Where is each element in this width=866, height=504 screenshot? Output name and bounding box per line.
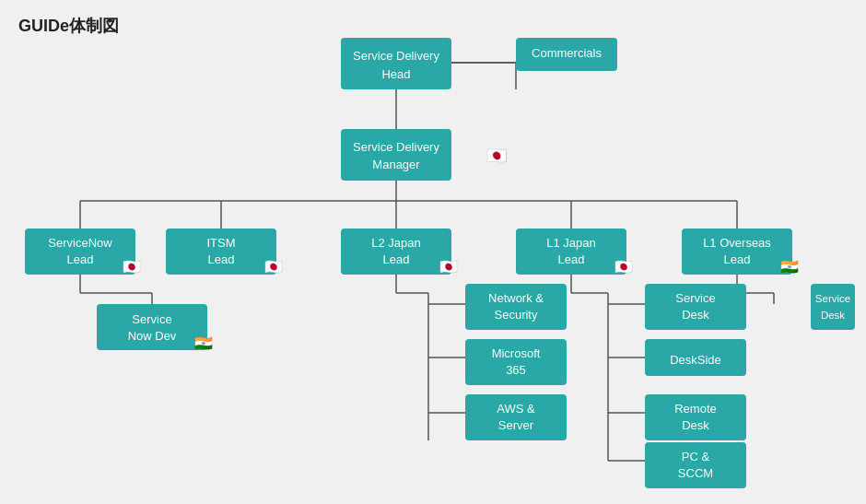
service-now-dev-box	[97, 304, 207, 350]
m365-line2: 365	[506, 363, 526, 377]
snd-flag: 🇮🇳	[194, 334, 213, 352]
commercials-label: Commercials	[532, 46, 602, 60]
snl-line2: Lead	[67, 252, 94, 266]
l1jl-line2: Lead	[558, 252, 585, 266]
snd-line1: Service	[132, 312, 171, 326]
sdm-flag: 🇯🇵	[486, 146, 508, 166]
sdm-line1: Service Delivery	[353, 140, 439, 154]
ns-line2: Security	[495, 308, 538, 322]
service-delivery-head-line1: Service Delivery	[353, 49, 439, 63]
service-delivery-head-line2: Head	[381, 67, 410, 81]
l2jl-line2: Lead	[383, 252, 410, 266]
l1ol-line2: Lead	[724, 252, 751, 266]
snl-flag: 🇯🇵	[123, 258, 141, 275]
service-desk-overseas-box	[811, 284, 855, 330]
aws-line2: Server	[498, 418, 534, 432]
sdo-line2: Desk	[821, 310, 845, 321]
pcs-line2: SCCM	[678, 466, 713, 480]
ns-line1: Network &	[488, 291, 544, 305]
itsml-flag: 🇯🇵	[264, 258, 283, 275]
rd-line1: Remote	[674, 402, 717, 416]
service-delivery-head-box	[341, 38, 451, 89]
snl-line1: ServiceNow	[48, 236, 112, 250]
l2jl-flag: 🇯🇵	[439, 258, 458, 275]
sdm-line2: Manager	[372, 158, 420, 171]
l1ol-line1: L1 Overseas	[703, 236, 771, 250]
l1ol-flag: 🇮🇳	[780, 258, 799, 275]
snd-line2: Now Dev	[128, 329, 177, 343]
rd-line2: Desk	[682, 418, 709, 432]
m365-line1: Microsoft	[492, 346, 541, 360]
deskside-label: DeskSide	[670, 353, 721, 367]
sdo-line1: Service	[815, 293, 850, 304]
l1jl-line1: L1 Japan	[546, 236, 596, 250]
aws-line1: AWS &	[497, 402, 535, 416]
l2jl-line1: L2 Japan	[371, 236, 421, 250]
sd-l1-line1: Service	[675, 291, 715, 305]
page: GUIDe体制図	[0, 0, 866, 504]
org-chart: Service Delivery Head Commercials Servic…	[0, 0, 866, 504]
itsml-line1: ITSM	[206, 236, 235, 250]
pcs-line1: PC &	[682, 450, 710, 463]
sd-l1-line2: Desk	[682, 308, 709, 322]
itsml-line2: Lead	[208, 252, 235, 266]
l1jl-flag: 🇯🇵	[614, 258, 633, 275]
service-delivery-manager-box	[341, 129, 451, 181]
